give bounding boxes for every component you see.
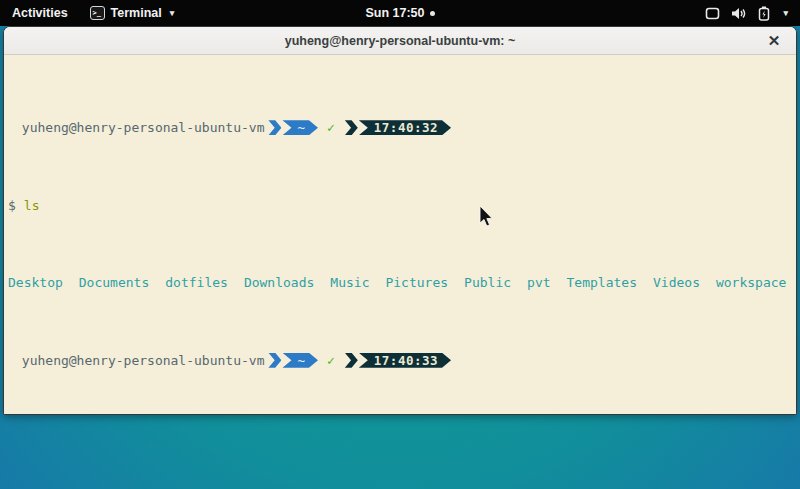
directory-name: workspace: [716, 275, 786, 291]
ls-output-line: Desktop Documents dotfiles Downloads Mus…: [8, 275, 794, 291]
terminal-window: yuheng@henry-personal-ubuntu-vm: ~ ✕ yuh…: [3, 26, 797, 415]
tray-chevron-down-icon: ▾: [783, 8, 788, 18]
prompt-path-segment: ~: [282, 353, 318, 368]
status-check-icon: ✓: [327, 353, 335, 369]
clock-label: Sun 17:50: [365, 6, 424, 20]
command-line: $ ls: [8, 198, 794, 214]
top-bar: Activities >_ Terminal ▾ Sun 17:50: [0, 0, 800, 26]
terminal-icon: >_: [90, 6, 105, 20]
clock-button[interactable]: Sun 17:50: [365, 6, 434, 20]
powerline-chevron-icon: [268, 353, 281, 368]
system-tray[interactable]: ▾: [693, 0, 800, 26]
powerline-chevron-icon: [345, 120, 358, 135]
app-menu-terminal[interactable]: >_ Terminal ▾: [80, 0, 185, 26]
prompt-line: yuheng@henry-personal-ubuntu-vm ~ ✓ 17:4…: [8, 353, 794, 369]
battery-charging-icon: [758, 6, 770, 21]
prompt-user: yuheng@henry-personal-ubuntu-vm: [14, 353, 264, 369]
close-button[interactable]: ✕: [762, 27, 786, 55]
prompt-time-segment: 17:40:33: [359, 353, 451, 368]
directory-name: Documents: [79, 275, 149, 291]
prompt-time-segment: 17:40:32: [359, 120, 451, 135]
directory-name: Desktop: [8, 275, 63, 291]
prompt-user: yuheng@henry-personal-ubuntu-vm: [14, 120, 264, 136]
screen-icon: [705, 7, 720, 20]
top-bar-left: Activities >_ Terminal ▾: [0, 0, 184, 26]
typed-command: ls: [24, 198, 40, 214]
directory-name: Pictures: [385, 275, 448, 291]
window-title: yuheng@henry-personal-ubuntu-vm: ~: [285, 34, 516, 48]
powerline-chevron-icon: [268, 120, 281, 135]
prompt-line: yuheng@henry-personal-ubuntu-vm ~ ✓ 17:4…: [8, 120, 794, 136]
powerline-chevron-icon: [345, 353, 358, 368]
status-check-icon: ✓: [327, 120, 335, 136]
window-titlebar[interactable]: yuheng@henry-personal-ubuntu-vm: ~ ✕: [4, 27, 796, 55]
directory-name: Downloads: [244, 275, 314, 291]
directory-name: dotfiles: [165, 275, 228, 291]
activities-button[interactable]: Activities: [0, 0, 80, 26]
prompt-path-segment: ~: [282, 120, 318, 135]
notification-dot: [430, 11, 435, 16]
app-menu-label: Terminal: [111, 6, 162, 20]
directory-name: Templates: [567, 275, 637, 291]
chevron-down-icon: ▾: [170, 8, 175, 18]
volume-icon: [731, 7, 747, 20]
directory-name: Public: [464, 275, 511, 291]
prompt-symbol: $: [8, 198, 16, 214]
terminal-content[interactable]: yuheng@henry-personal-ubuntu-vm ~ ✓ 17:4…: [4, 55, 796, 415]
directory-name: Music: [330, 275, 369, 291]
directory-name: Videos: [653, 275, 700, 291]
directory-name: pvt: [527, 275, 550, 291]
